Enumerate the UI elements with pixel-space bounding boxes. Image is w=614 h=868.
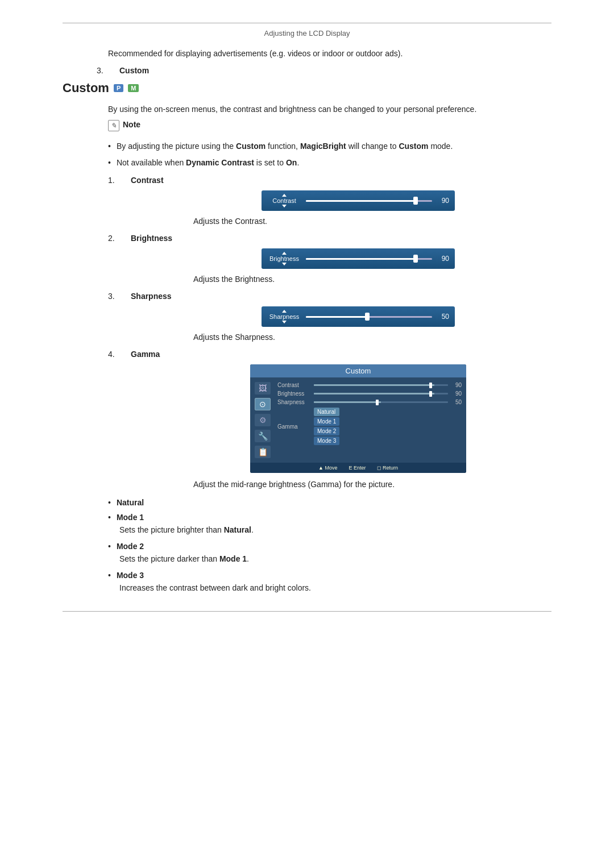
intro-paragraph: Recommended for displaying advertisement…	[108, 49, 403, 58]
gamma-option-mode3[interactable]: Mode 3	[314, 437, 339, 445]
gamma-option-mode1[interactable]: Mode 1	[314, 417, 339, 426]
sharpness-thumb[interactable]	[365, 313, 370, 321]
control-contrast: 1. Contrast Contrast 90 Adjus	[108, 176, 551, 226]
gamma-content: 🖼 ⊙ ⚙ 🔧 📋	[250, 377, 466, 463]
controls-list: 1. Contrast Contrast 90 Adjus	[108, 176, 551, 489]
sharpness-header: 3. Sharpness	[108, 292, 551, 301]
sharpness-track[interactable]	[306, 316, 432, 318]
gamma-box: Custom 🖼 ⊙ ⚙	[250, 364, 466, 473]
contrast-track[interactable]	[306, 200, 432, 202]
gamma-bullet-natural-dot: •	[108, 498, 111, 507]
gamma-row-gamma-label: Gamma	[277, 423, 310, 430]
gamma-icon-2: ⊙	[255, 398, 271, 410]
gamma-label: Gamma	[131, 350, 160, 359]
gamma-row-sharpness-val: 50	[451, 399, 462, 405]
bullet-dot-2: •	[108, 157, 111, 169]
gamma-desc: Adjust the mid-range brightness (Gamma) …	[193, 480, 551, 489]
contrast-slider-label-text: Contrast	[272, 197, 296, 204]
bullet-text-1: By adjusting the picture using the Custo…	[117, 140, 453, 152]
gamma-icon-4: 🔧	[255, 430, 271, 442]
sharpness-value: 50	[437, 313, 449, 321]
gamma-options: Natural Mode 1 Mode 2 Mode 3	[314, 408, 339, 445]
sharpness-slider-widget: Sharpness 50	[165, 306, 551, 327]
intro-label: Custom	[119, 66, 149, 75]
gamma-bullet-mode1-desc: Sets the picture brighter than Natural.	[119, 524, 551, 536]
gamma-bullet-natural-header: • Natural	[108, 498, 551, 507]
gamma-row-brightness-thumb	[429, 391, 432, 397]
gamma-row-brightness-fill	[314, 393, 434, 394]
header-title: Adjusting the LCD Display	[264, 29, 350, 38]
gamma-footer-move: ▲ Move	[318, 465, 337, 471]
gamma-bullet-mode3-desc: Increases the contrast between dark and …	[119, 582, 551, 594]
arrow-up-icon	[282, 194, 287, 197]
gamma-row-contrast-fill	[314, 384, 434, 386]
control-gamma: 4. Gamma Custom 🖼	[108, 350, 551, 489]
brightness-desc: Adjusts the Brightness.	[193, 275, 551, 284]
gamma-header: 4. Gamma	[108, 350, 551, 359]
sharpness-slider-label-text: Sharpness	[269, 313, 300, 320]
contrast-fill	[306, 200, 417, 202]
contrast-label: Contrast	[131, 176, 164, 185]
bullet-item-1: • By adjusting the picture using the Cus…	[108, 140, 551, 152]
gamma-option-mode2[interactable]: Mode 2	[314, 427, 339, 435]
brightness-slider-box[interactable]: Brightness 90	[262, 248, 455, 269]
gamma-footer-move-key: ▲ Move	[318, 465, 337, 471]
sharpness-slider-box[interactable]: Sharpness 50	[262, 306, 455, 327]
gamma-bullet-mode2-label: Mode 2	[117, 542, 144, 551]
brightness-thumb[interactable]	[413, 255, 418, 263]
contrast-value: 90	[437, 197, 449, 205]
brightness-slider-widget: Brightness 90	[165, 248, 551, 269]
brightness-header: 2. Brightness	[108, 234, 551, 243]
gamma-footer-enter: E Enter	[349, 465, 366, 471]
top-divider	[63, 23, 551, 23]
gamma-footer-enter-key: E Enter	[349, 465, 366, 471]
brightness-fill	[306, 258, 417, 260]
badge-p: P	[114, 84, 123, 92]
gamma-bullet-mode3-dot: •	[108, 571, 111, 580]
gamma-bullet-list: • Natural • Mode 1 Sets the picture brig…	[108, 498, 551, 594]
badge-m: M	[128, 84, 139, 92]
brightness-slider-label: Brightness	[267, 252, 301, 265]
brightness-track[interactable]	[306, 258, 432, 260]
arrow-down-icon	[282, 321, 287, 323]
brightness-label: Brightness	[131, 234, 172, 243]
gamma-bullet-natural: • Natural	[108, 498, 551, 507]
brightness-slider-label-text: Brightness	[269, 255, 299, 262]
arrow-up-icon	[282, 252, 287, 255]
note-box: ✎ Note	[108, 120, 551, 131]
numbered-intro-item: 3. Custom	[97, 66, 551, 75]
control-sharpness: 3. Sharpness Sharpness 50 Adj	[108, 292, 551, 342]
section-title: Custom P M	[63, 81, 551, 95]
gamma-num: 4.	[108, 350, 125, 359]
gamma-bullet-mode1: • Mode 1 Sets the picture brighter than …	[108, 513, 551, 536]
gamma-row-contrast-label: Contrast	[277, 382, 310, 388]
bullet-dot-1: •	[108, 140, 111, 152]
gamma-title-bar: Custom	[250, 364, 466, 377]
gamma-option-natural[interactable]: Natural	[314, 408, 339, 416]
gamma-rows: Contrast 90 Brightness	[277, 382, 462, 458]
sharpness-slider-label: Sharpness	[267, 310, 301, 323]
gamma-bullet-mode3: • Mode 3 Increases the contrast between …	[108, 571, 551, 594]
gamma-row-sharpness-thumb	[376, 400, 379, 405]
gamma-row-contrast-track	[314, 384, 448, 386]
sharpness-label: Sharpness	[131, 292, 172, 301]
page-container: Adjusting the LCD Display Recommended fo…	[51, 0, 563, 634]
gamma-bullet-mode1-label: Mode 1	[117, 513, 144, 522]
gamma-bullet-mode2-dot: •	[108, 542, 111, 551]
contrast-slider-box[interactable]: Contrast 90	[262, 190, 455, 211]
gamma-bullet-mode1-dot: •	[108, 513, 111, 522]
contrast-thumb[interactable]	[413, 197, 418, 205]
contrast-num: 1.	[108, 176, 125, 185]
gamma-row-brightness-label: Brightness	[277, 391, 310, 397]
bullet-list: • By adjusting the picture using the Cus…	[108, 140, 551, 169]
brightness-num: 2.	[108, 234, 125, 243]
gamma-row-brightness: Brightness 90	[277, 391, 462, 397]
arrow-up-icon	[282, 310, 287, 313]
sharpness-fill	[306, 316, 369, 318]
intro-text: Recommended for displaying advertisement…	[108, 49, 551, 58]
bottom-divider	[63, 611, 551, 612]
contrast-slider-widget: Contrast 90	[165, 190, 551, 211]
gamma-icon-1: 🖼	[255, 382, 271, 394]
gamma-row-sharpness: Sharpness 50	[277, 399, 462, 405]
gamma-bullet-mode2-desc: Sets the picture darker than Mode 1.	[119, 553, 551, 565]
